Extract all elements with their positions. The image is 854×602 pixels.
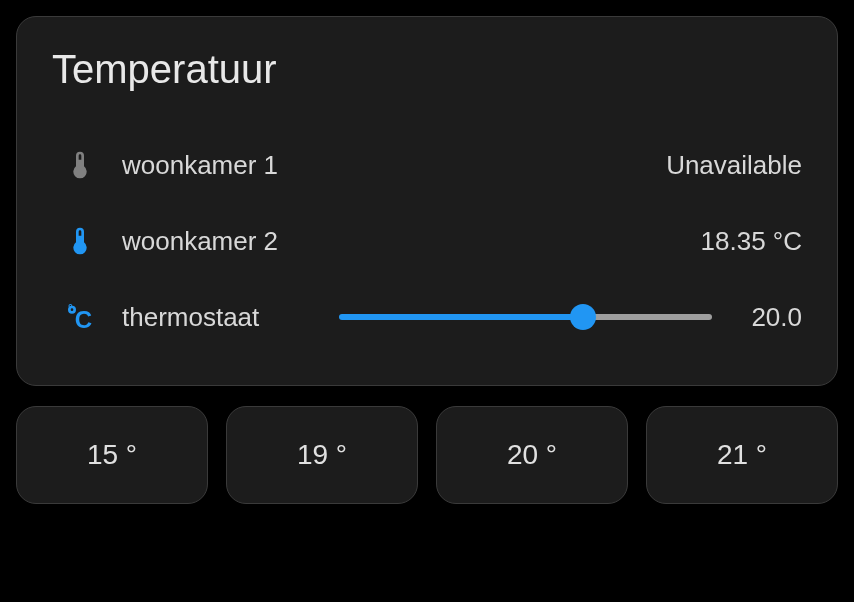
preset-button-row: 15 ° 19 ° 20 ° 21 °	[16, 406, 838, 504]
preset-button-19[interactable]: 19 °	[226, 406, 418, 504]
entity-row-woonkamer-1[interactable]: woonkamer 1 Unavailable	[52, 127, 802, 203]
entity-value: 18.35 °C	[701, 226, 802, 257]
entity-name: thermostaat	[122, 302, 259, 333]
temperature-card: Temperatuur woonkamer 1 Unavailable woon…	[16, 16, 838, 386]
thermometer-icon	[52, 149, 122, 181]
card-title: Temperatuur	[52, 47, 802, 92]
thermostat-slider-container	[259, 314, 742, 320]
thermostat-value: 20.0	[742, 302, 802, 333]
entity-value: Unavailable	[666, 150, 802, 181]
thermostat-slider[interactable]	[339, 314, 712, 320]
preset-button-15[interactable]: 15 °	[16, 406, 208, 504]
entity-row-woonkamer-2[interactable]: woonkamer 2 18.35 °C	[52, 203, 802, 279]
svg-text:°: °	[68, 302, 73, 316]
celsius-icon: ° C	[52, 301, 122, 333]
preset-button-20[interactable]: 20 °	[436, 406, 628, 504]
entity-name: woonkamer 2	[122, 226, 278, 257]
entity-row-thermostat[interactable]: ° C thermostaat 20.0	[52, 279, 802, 355]
thermometer-icon	[52, 225, 122, 257]
preset-button-21[interactable]: 21 °	[646, 406, 838, 504]
svg-text:C: C	[75, 306, 92, 333]
entity-name: woonkamer 1	[122, 150, 278, 181]
